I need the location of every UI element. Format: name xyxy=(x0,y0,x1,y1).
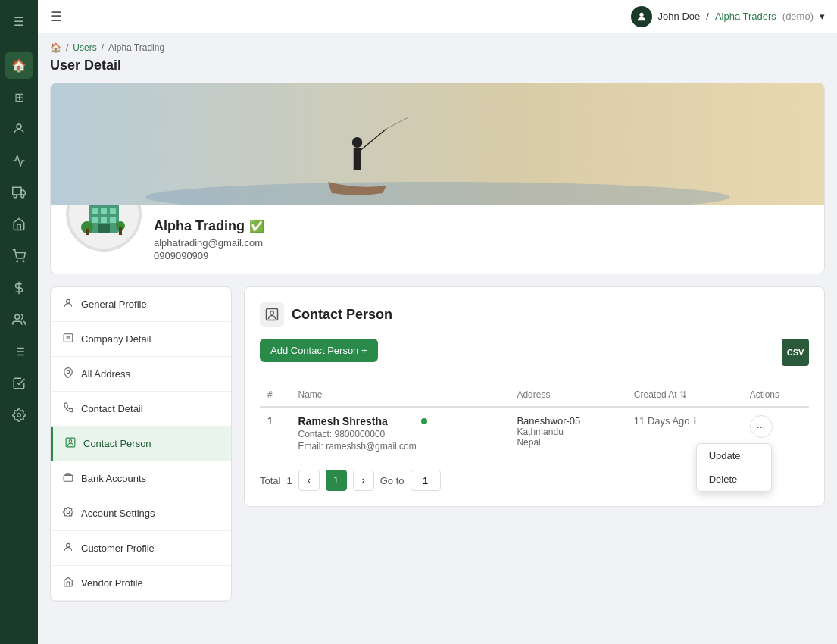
ellipsis-icon: ··· xyxy=(757,420,766,433)
nav-item-contact-detail[interactable]: Contact Detail xyxy=(51,392,231,427)
breadcrumb: 🏠 / Users / Alpha Trading xyxy=(50,42,825,53)
next-page-button[interactable]: › xyxy=(353,470,374,491)
svg-point-5 xyxy=(17,261,18,262)
svg-point-16 xyxy=(639,12,643,16)
settings-sidebar-icon[interactable] xyxy=(5,402,33,429)
prev-page-button[interactable]: ‹ xyxy=(298,470,320,491)
breadcrumb-sep1: / xyxy=(66,42,68,53)
bank-accounts-icon xyxy=(63,472,73,485)
home-sidebar-icon[interactable]: 🏠 xyxy=(5,52,33,79)
col-actions: Actions xyxy=(742,383,809,407)
page-title: User Detail xyxy=(50,58,825,73)
nav-item-all-address[interactable]: All Address xyxy=(51,357,231,392)
goto-input[interactable] xyxy=(411,470,441,491)
update-menu-item[interactable]: Update xyxy=(697,444,771,467)
svg-point-3 xyxy=(14,195,17,198)
company-tag: (demo) xyxy=(782,11,814,22)
panel-title: Contact Person xyxy=(292,307,392,323)
svg-rect-39 xyxy=(64,334,73,342)
contact-phone: Contact: 9800000000 xyxy=(298,429,417,439)
total-count: 1 xyxy=(286,475,292,486)
nav-item-contact-person[interactable]: Contact Person xyxy=(51,427,231,461)
sort-icon[interactable]: ⇅ xyxy=(679,389,687,400)
svg-point-42 xyxy=(67,370,70,374)
menu-toggle[interactable]: ☰ xyxy=(50,8,62,25)
nav-label-bank-accounts: Bank Accounts xyxy=(81,473,146,484)
svg-point-19 xyxy=(352,137,362,148)
row-actions-cell: → ··· Update Delete xyxy=(742,407,809,459)
company-name-display: Alpha Trading ✅ xyxy=(154,218,264,234)
cart-sidebar-icon[interactable] xyxy=(5,242,33,270)
nav-item-account-settings[interactable]: Account Settings xyxy=(51,496,231,531)
all-address-icon xyxy=(63,367,73,380)
warehouse-sidebar-icon[interactable] xyxy=(5,211,33,238)
svg-rect-33 xyxy=(98,224,110,233)
svg-point-8 xyxy=(15,314,20,319)
actions-dropdown-menu: Update Delete xyxy=(696,443,772,492)
avatar xyxy=(631,6,652,27)
row-address-cell: Baneshwor-05 Kathmandu Nepal xyxy=(509,407,626,459)
svg-point-0 xyxy=(17,124,21,129)
svg-rect-28 xyxy=(101,208,107,214)
dashboard-sidebar-icon[interactable]: ⊞ xyxy=(5,83,33,111)
col-index: # xyxy=(260,383,291,407)
svg-point-44 xyxy=(69,440,72,443)
created-at-text: 11 Days Ago xyxy=(634,415,690,427)
profile-card: Alpha Trading ✅ alphatrading@gmail.com 0… xyxy=(50,83,825,274)
table-body: 1 Ramesh Shrestha Contact: 9800000000 Em… xyxy=(260,407,809,459)
contact-person-icon xyxy=(65,437,76,450)
account-settings-icon xyxy=(63,507,73,520)
breadcrumb-sep2: / xyxy=(102,42,104,53)
nav-item-customer-profile[interactable]: Customer Profile xyxy=(51,531,231,566)
truck-sidebar-icon[interactable] xyxy=(5,179,33,206)
breadcrumb-users[interactable]: Users xyxy=(73,42,96,53)
topbar-dropdown-icon[interactable]: ▾ xyxy=(820,11,825,22)
profile-email: alphatrading@gmail.com xyxy=(154,237,264,249)
delete-menu-item[interactable]: Delete xyxy=(697,467,771,491)
content-area: 🏠 / Users / Alpha Trading User Detail xyxy=(38,33,837,644)
goto-label: Go to xyxy=(380,475,404,486)
created-at-info-icon[interactable]: ℹ xyxy=(693,416,697,427)
svg-rect-35 xyxy=(86,229,89,235)
detail-layout: General Profile Company Detail All Addre… xyxy=(50,286,825,602)
banner-illustration xyxy=(51,83,824,205)
receipt-sidebar-icon[interactable] xyxy=(5,370,33,397)
profile-banner xyxy=(51,83,824,205)
nav-item-company-detail[interactable]: Company Detail xyxy=(51,322,231,357)
svg-point-46 xyxy=(67,511,70,514)
right-panel: Contact Person Add Contact Person + CSV … xyxy=(244,286,825,507)
add-contact-person-button[interactable]: Add Contact Person + xyxy=(260,339,378,362)
nav-label-general-profile: General Profile xyxy=(81,299,147,310)
profile-phone: 0909090909 xyxy=(154,250,264,261)
csv-export-button[interactable]: CSV xyxy=(782,339,809,366)
group-sidebar-icon[interactable] xyxy=(5,306,33,333)
table-header: # Name Address Created At ⇅ Actions xyxy=(260,383,809,407)
row-name-cell: Ramesh Shrestha Contact: 9800000000 Emai… xyxy=(291,407,510,459)
svg-point-47 xyxy=(67,543,70,547)
svg-rect-45 xyxy=(64,475,73,481)
svg-rect-1 xyxy=(13,187,21,195)
users-sidebar-icon[interactable] xyxy=(5,115,33,142)
hamburger-icon[interactable]: ☰ xyxy=(5,8,33,35)
nav-item-bank-accounts[interactable]: Bank Accounts xyxy=(51,461,231,496)
breadcrumb-home[interactable]: 🏠 xyxy=(50,42,61,53)
table-row: 1 Ramesh Shrestha Contact: 9800000000 Em… xyxy=(260,407,809,459)
money-sidebar-icon[interactable] xyxy=(5,274,33,302)
svg-point-4 xyxy=(21,195,24,198)
svg-rect-32 xyxy=(110,217,116,223)
topbar-left: ☰ xyxy=(50,8,62,25)
left-nav: General Profile Company Detail All Addre… xyxy=(50,286,232,602)
online-status-dot xyxy=(421,418,427,424)
list-sidebar-icon[interactable] xyxy=(5,338,33,365)
profile-info: Alpha Trading ✅ alphatrading@gmail.com 0… xyxy=(51,205,824,274)
col-created-at: Created At ⇅ xyxy=(626,383,742,407)
nav-label-contact-person: Contact Person xyxy=(83,438,151,449)
nav-item-vendor-profile[interactable]: Vendor Profile xyxy=(51,566,231,601)
chart-sidebar-icon[interactable] xyxy=(5,147,33,174)
topbar-right: John Doe / Alpha Traders (demo) ▾ xyxy=(631,6,825,27)
actions-menu-button[interactable]: ··· Update Delete xyxy=(750,415,773,438)
nav-label-account-settings: Account Settings xyxy=(81,508,155,519)
page-1-button[interactable]: 1 xyxy=(326,470,347,491)
svg-rect-29 xyxy=(110,208,116,214)
nav-item-general-profile[interactable]: General Profile xyxy=(51,287,231,322)
